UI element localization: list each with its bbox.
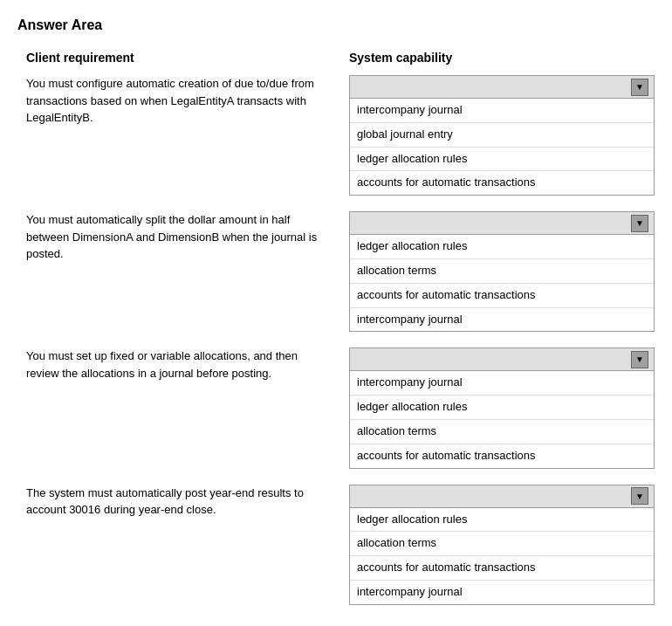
requirement-2: You must automatically split the dollar … [26, 211, 349, 263]
dropdown-arrow-icon-1[interactable]: ▼ [631, 79, 648, 96]
requirement-1: You must configure automatic creation of… [26, 75, 349, 127]
dropdown-item-4-3[interactable]: accounts for automatic transactions [350, 556, 654, 581]
dropdown-arrow-icon-2[interactable]: ▼ [631, 215, 648, 232]
dropdown-arrow-icon-3[interactable]: ▼ [631, 351, 648, 368]
dropdown-item-4-2[interactable]: allocation terms [350, 532, 654, 556]
dropdown-items-4: ledger allocation rulesallocation termsa… [350, 508, 654, 604]
answer-row-1: You must configure automatic creation of… [17, 75, 655, 196]
dropdown-item-3-1[interactable]: intercompany journal [350, 371, 654, 396]
dropdown-items-3: intercompany journalledger allocation ru… [350, 371, 654, 467]
dropdown-2[interactable]: ▼ledger allocation rulesallocation terms… [349, 211, 655, 332]
dropdown-header-3: ▼ [350, 348, 654, 371]
column-headers: Client requirement System capability [17, 51, 655, 65]
dropdown-item-3-4[interactable]: accounts for automatic transactions [350, 444, 654, 468]
dropdown-item-3-3[interactable]: allocation terms [350, 420, 654, 444]
answer-row-2: You must automatically split the dollar … [17, 211, 655, 332]
dropdown-1[interactable]: ▼intercompany journalglobal journal entr… [349, 75, 655, 196]
dropdown-item-2-3[interactable]: accounts for automatic transactions [350, 284, 654, 308]
dropdown-items-2: ledger allocation rulesallocation termsa… [350, 235, 654, 331]
dropdown-item-2-4[interactable]: intercompany journal [350, 308, 654, 332]
system-capability-header: System capability [349, 51, 655, 65]
dropdown-item-4-4[interactable]: intercompany journal [350, 581, 654, 604]
dropdown-item-2-1[interactable]: ledger allocation rules [350, 235, 654, 259]
dropdown-item-4-1[interactable]: ledger allocation rules [350, 508, 654, 533]
dropdown-items-1: intercompany journalglobal journal entry… [350, 99, 654, 195]
dropdown-header-1: ▼ [350, 76, 654, 99]
dropdown-arrow-icon-4[interactable]: ▼ [631, 487, 648, 505]
dropdown-3[interactable]: ▼intercompany journalledger allocation r… [349, 347, 655, 468]
answer-row-4: The system must automatically post year-… [17, 485, 655, 605]
dropdown-item-1-4[interactable]: accounts for automatic transactions [350, 171, 654, 195]
dropdown-item-3-2[interactable]: ledger allocation rules [350, 396, 654, 420]
dropdown-4[interactable]: ▼ledger allocation rulesallocation terms… [349, 485, 655, 605]
dropdown-item-1-3[interactable]: ledger allocation rules [350, 148, 654, 172]
requirement-3: You must set up fixed or variable alloca… [26, 347, 349, 382]
dropdown-item-1-2[interactable]: global journal entry [350, 123, 654, 148]
dropdown-item-1-1[interactable]: intercompany journal [350, 99, 654, 123]
answer-row-3: You must set up fixed or variable alloca… [17, 347, 655, 468]
client-requirement-header: Client requirement [26, 51, 349, 65]
dropdown-item-2-2[interactable]: allocation terms [350, 259, 654, 284]
dropdown-header-4: ▼ [350, 485, 654, 508]
page-title: Answer Area [17, 17, 655, 33]
dropdown-header-2: ▼ [350, 212, 654, 235]
answer-area: Client requirement System capability You… [17, 51, 655, 605]
requirement-4: The system must automatically post year-… [26, 485, 349, 519]
